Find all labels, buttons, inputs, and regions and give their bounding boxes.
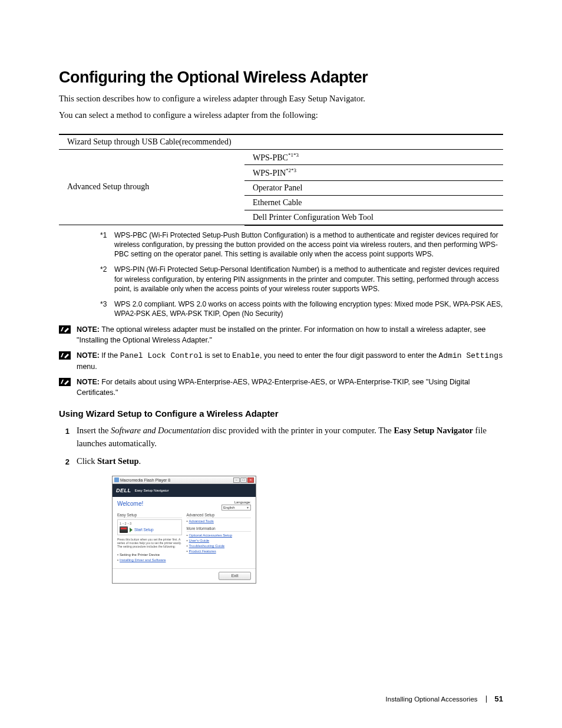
- app-titlebar: Macromedia Flash Player 8 – □ ×: [113, 476, 256, 484]
- app-icon: [114, 477, 119, 482]
- step-bold: Easy Setup Navigator: [394, 426, 473, 435]
- list-item[interactable]: •Installing Driver and Software: [117, 558, 182, 562]
- table-row: Wizard Setup through USB Cable(recommend…: [59, 134, 503, 150]
- list-item[interactable]: •Product Features: [187, 549, 252, 553]
- footnote-1: *1 WPS-PBC (Wi-Fi Protected Setup-Push B…: [100, 230, 503, 259]
- wps-pin-sup: *2*3: [286, 167, 296, 173]
- step-bold: Start Setup: [97, 456, 139, 466]
- list-item[interactable]: •Advanced Tools: [187, 519, 252, 523]
- brand-sub: Easy Setup Navigator: [135, 489, 169, 492]
- note-3: NOTE: For details about using WPA-Enterp…: [59, 377, 503, 398]
- footnote-text: WPS-PIN (Wi-Fi Protected Setup-Personal …: [114, 265, 503, 294]
- brand-logo: DELL: [116, 487, 131, 493]
- install-driver-link[interactable]: Installing Driver and Software: [120, 558, 166, 562]
- troubleshooting-link[interactable]: Troubleshooting Guide: [189, 544, 224, 548]
- footnote-num: *1: [100, 230, 114, 259]
- language-label: Language:: [222, 500, 251, 504]
- wps-pbc-cell: WPS-PBC*1*3: [244, 149, 503, 165]
- intro-paragraph-1: This section describes how to configure …: [59, 93, 503, 106]
- product-features-link[interactable]: Product Features: [189, 549, 216, 553]
- page-heading: Configuring the Optional Wireless Adapte…: [59, 68, 503, 87]
- wps-pbc-text: WPS-PBC: [253, 153, 288, 162]
- footer-section: Installing Optional Accessories: [386, 696, 478, 703]
- users-guide-link[interactable]: User's Guide: [189, 539, 210, 542]
- app-window: Macromedia Flash Player 8 – □ × DELL Eas…: [112, 476, 256, 584]
- svg-rect-0: [59, 325, 71, 334]
- language-select[interactable]: English ▼: [222, 505, 251, 510]
- list-item[interactable]: •Troubleshooting Guide: [187, 544, 252, 548]
- steps-list: 1 Insert the Software and Documentation …: [59, 424, 503, 467]
- page-number: 51: [495, 694, 503, 703]
- step-2: 2 Click Start Setup.: [59, 455, 503, 468]
- step-text: Insert the Software and Documentation di…: [77, 424, 503, 450]
- flow-steps: 1→2→3: [120, 522, 180, 525]
- note-text: NOTE: The optional wireless adapter must…: [77, 324, 503, 345]
- step-text: Click Start Setup.: [77, 455, 503, 468]
- section-heading: Using Wizard Setup to Configure a Wirele…: [59, 409, 503, 419]
- note-body: For details about using WPA-Enterprise-A…: [77, 378, 470, 397]
- start-setup-label: Start Setup: [134, 528, 154, 532]
- list-item[interactable]: •User's Guide: [187, 539, 252, 542]
- exit-button[interactable]: Exit: [219, 572, 251, 580]
- ethernet-cell: Ethernet Cable: [244, 195, 503, 210]
- start-setup-description: Press this button when you set the print…: [117, 538, 182, 548]
- easy-setup-label: Easy Setup: [117, 513, 182, 518]
- note-body: The optional wireless adapter must be in…: [77, 325, 486, 344]
- step-number: 2: [59, 455, 77, 468]
- app-brandbar: DELL Easy Setup Navigator: [113, 484, 256, 497]
- welcome-label: Welcome!: [117, 500, 143, 507]
- svg-rect-2: [59, 378, 71, 386]
- note-text: NOTE: For details about using WPA-Enterp…: [77, 377, 503, 398]
- footnotes: *1 WPS-PBC (Wi-Fi Protected Setup-Push B…: [59, 230, 503, 319]
- list-item: •Setting the Printer Device: [117, 553, 182, 556]
- footnote-num: *2: [100, 265, 114, 294]
- close-button[interactable]: ×: [247, 477, 254, 483]
- minimize-button[interactable]: –: [233, 477, 240, 483]
- step-em: Software and Documentation: [111, 426, 210, 435]
- step-1: 1 Insert the Software and Documentation …: [59, 424, 503, 450]
- advanced-setup-label: Advanced Setup through: [59, 149, 244, 225]
- note-mono: Admin Settings: [439, 351, 503, 360]
- advanced-setup-label: Advanced Setup: [187, 513, 252, 518]
- chevron-down-icon: ▼: [246, 506, 249, 509]
- advanced-tools-link[interactable]: Advanced Tools: [189, 519, 214, 523]
- note-text: NOTE: If the Panel Lock Control is set t…: [77, 350, 503, 372]
- wizard-setup-cell: Wizard Setup through USB Cable(recommend…: [59, 134, 503, 150]
- play-icon: [130, 528, 133, 532]
- intro-paragraph-2: You can select a method to configure a w…: [59, 109, 503, 122]
- table-row: Advanced Setup through WPS-PBC*1*3: [59, 149, 503, 165]
- note-body: If the: [100, 351, 120, 360]
- optional-accessories-link[interactable]: Optional Accessories Setup: [189, 533, 232, 537]
- setting-device-label: Setting the Printer Device: [120, 553, 160, 556]
- pencil-note-icon: [59, 325, 71, 335]
- note-label: NOTE:: [77, 378, 100, 386]
- note-body: menu.: [77, 363, 97, 371]
- step-number: 1: [59, 424, 77, 450]
- maximize-button[interactable]: □: [240, 477, 247, 483]
- wps-pin-cell: WPS-PIN*2*3: [244, 165, 503, 181]
- step-body: disc provided with the printer in your c…: [210, 426, 394, 435]
- page-footer: Installing Optional Accessories 51: [386, 694, 503, 703]
- step-body: Insert the: [77, 426, 111, 435]
- pencil-note-icon: [59, 351, 71, 361]
- svg-rect-1: [59, 351, 71, 360]
- note-2: NOTE: If the Panel Lock Control is set t…: [59, 350, 503, 372]
- webtool-cell: Dell Printer Configuration Web Tool: [244, 210, 503, 225]
- footnote-text: WPS 2.0 compliant. WPS 2.0 works on acce…: [114, 299, 503, 318]
- start-setup-box[interactable]: 1→2→3 Start Setup: [117, 519, 182, 535]
- wps-pbc-sup: *1*3: [288, 152, 299, 158]
- note-body: , you need to enter the four digit passw…: [260, 351, 439, 360]
- note-body: is set to: [203, 351, 232, 360]
- methods-table: Wizard Setup through USB Cable(recommend…: [59, 134, 503, 226]
- list-item[interactable]: •Optional Accessories Setup: [187, 533, 252, 537]
- note-label: NOTE:: [77, 325, 100, 334]
- step-body: Click: [77, 456, 97, 466]
- printer-icon: [120, 526, 128, 533]
- note-label: NOTE:: [77, 351, 100, 360]
- footnote-3: *3 WPS 2.0 compliant. WPS 2.0 works on a…: [100, 299, 503, 318]
- operator-panel-cell: Operator Panel: [244, 180, 503, 195]
- step-body: .: [139, 456, 141, 466]
- note-mono: Panel Lock Control: [120, 351, 203, 360]
- pencil-note-icon: [59, 378, 71, 387]
- app-title: Macromedia Flash Player 8: [120, 478, 170, 482]
